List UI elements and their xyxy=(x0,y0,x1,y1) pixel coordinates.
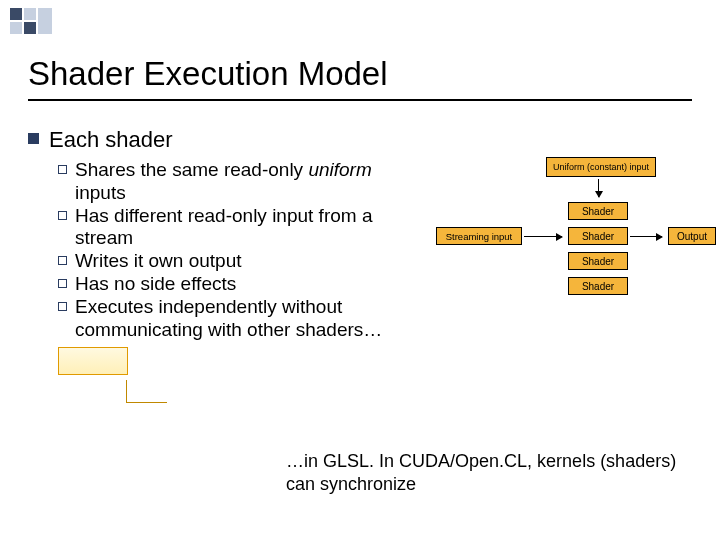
footnote: …in GLSL. In CUDA/Open.CL, kernels (shad… xyxy=(286,450,692,495)
arrow-icon xyxy=(630,236,662,237)
uniform-input-box: Uniform (constant) input xyxy=(546,157,656,177)
shader-box: Shader xyxy=(568,252,628,270)
output-box: Output xyxy=(668,227,716,245)
list-level1: Each shader xyxy=(28,127,388,153)
shader-box: Shader xyxy=(568,227,628,245)
streaming-input-box: Streaming input xyxy=(436,227,522,245)
square-bullet-icon xyxy=(28,133,39,144)
shader-box: Shader xyxy=(568,277,628,295)
item-b: Has different read-only input from a str… xyxy=(75,205,388,251)
arrow-icon xyxy=(598,179,599,197)
shader-box: Shader xyxy=(568,202,628,220)
open-square-bullet-icon xyxy=(58,302,67,311)
l1-text: Each shader xyxy=(49,127,173,153)
item-e: Executes independently without communica… xyxy=(75,296,388,342)
list-item: Shares the same read-only uniform inputs xyxy=(58,159,388,205)
list-item: Writes it own output xyxy=(58,250,388,273)
list-level2: Shares the same read-only uniform inputs… xyxy=(58,159,388,341)
list-item: Executes independently without communica… xyxy=(58,296,388,342)
item-c: Writes it own output xyxy=(75,250,242,273)
title-rule xyxy=(28,99,692,101)
item-d: Has no side effects xyxy=(75,273,236,296)
open-square-bullet-icon xyxy=(58,165,67,174)
open-square-bullet-icon xyxy=(58,211,67,220)
slide-body: Shader Execution Model Each shader Share… xyxy=(0,0,720,387)
arrow-icon xyxy=(524,236,562,237)
item-a-post: inputs xyxy=(75,182,126,203)
text-column: Each shader Shares the same read-only un… xyxy=(28,127,388,375)
item-a-em: uniform xyxy=(308,159,371,180)
open-square-bullet-icon xyxy=(58,279,67,288)
item-a-pre: Shares the same read-only xyxy=(75,159,308,180)
callout-box xyxy=(58,347,128,375)
corner-decoration xyxy=(10,8,52,34)
slide-title: Shader Execution Model xyxy=(28,55,692,93)
list-item: Has different read-only input from a str… xyxy=(58,205,388,251)
open-square-bullet-icon xyxy=(58,256,67,265)
diagram: Uniform (constant) input Shader Shader S… xyxy=(396,127,692,387)
list-item: Has no side effects xyxy=(58,273,388,296)
